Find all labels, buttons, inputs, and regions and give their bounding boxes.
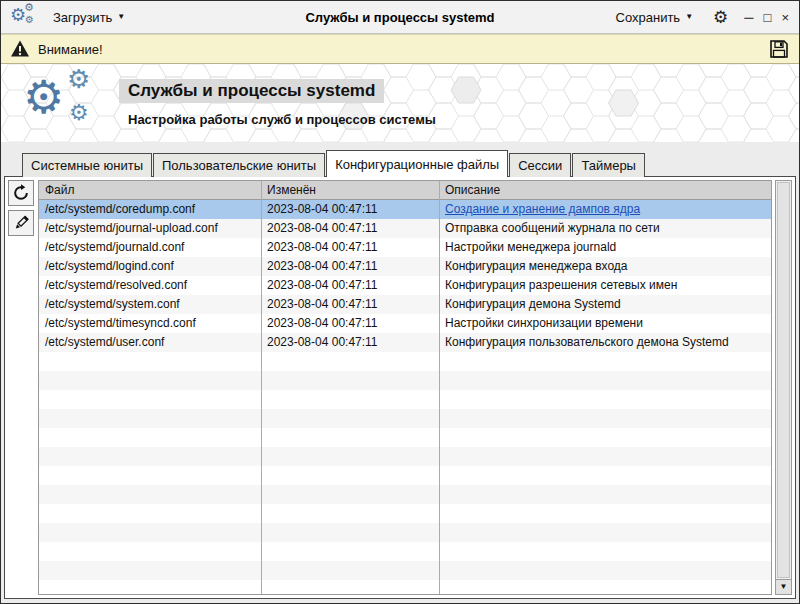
warning-text: Внимание! <box>38 42 760 57</box>
modified-cell: 2023-08-04 00:47:11 <box>261 276 439 295</box>
pencil-icon <box>12 214 30 232</box>
edit-button[interactable] <box>8 210 34 236</box>
description-cell: Настройки менеджера journald <box>439 238 771 257</box>
file-cell: /etc/systemd/resolved.conf <box>39 276 261 295</box>
tab-system-units[interactable]: Системные юниты <box>22 153 152 177</box>
refresh-icon <box>12 184 30 202</box>
modified-cell: 2023-08-04 00:47:11 <box>261 219 439 238</box>
app-window: ⚙ ⚙ ⚙ Загрузить ▼ Службы и процессы syst… <box>0 0 800 604</box>
modified-cell: 2023-08-04 00:47:11 <box>261 257 439 276</box>
table-row[interactable]: /etc/systemd/journal-upload.conf 2023-08… <box>39 219 771 238</box>
table-body: /etc/systemd/coredump.conf 2023-08-04 00… <box>39 200 771 594</box>
tab-bar: Системные юниты Пользовательские юниты К… <box>1 150 799 177</box>
page-title: Службы и процессы systemd <box>119 79 384 103</box>
save-menu-label: Сохранить <box>616 10 681 25</box>
vertical-scrollbar[interactable]: ▼ <box>775 180 792 595</box>
tab-content: Файл Изменён Описание /etc/systemd/cored… <box>4 176 796 599</box>
table-row[interactable]: /etc/systemd/system.conf 2023-08-04 00:4… <box>39 295 771 314</box>
save-file-button[interactable] <box>768 38 790 60</box>
description-cell: Конфигурация разрешения сетевых имен <box>439 276 771 295</box>
save-menu-button[interactable]: Сохранить ▼ <box>612 8 698 27</box>
scrollbar-thumb[interactable] <box>777 182 790 578</box>
table-row[interactable]: /etc/systemd/coredump.conf 2023-08-04 00… <box>39 200 771 219</box>
load-menu-button[interactable]: Загрузить ▼ <box>49 8 129 27</box>
table-row[interactable]: /etc/systemd/user.conf 2023-08-04 00:47:… <box>39 333 771 352</box>
settings-gear-icon[interactable]: ⚙ <box>711 7 730 28</box>
file-cell: /etc/systemd/journal-upload.conf <box>39 219 261 238</box>
maximize-button[interactable]: □ <box>764 11 772 24</box>
minimize-button[interactable]: ─ <box>744 11 753 24</box>
modified-cell: 2023-08-04 00:47:11 <box>261 295 439 314</box>
titlebar-right: Сохранить ▼ ⚙ ─ □ × <box>612 7 789 28</box>
window-controls: ─ □ × <box>744 11 789 24</box>
page-header: ⚙ ⚙ ⚙ Службы и процессы systemd Настройк… <box>1 64 799 142</box>
description-cell: Конфигурация пользовательского демона Sy… <box>439 333 771 352</box>
scrollbar-track[interactable] <box>776 181 791 579</box>
modified-cell: 2023-08-04 00:47:11 <box>261 333 439 352</box>
table-header: Файл Изменён Описание <box>39 181 771 200</box>
column-header-description[interactable]: Описание <box>439 181 771 199</box>
files-table: Файл Изменён Описание /etc/systemd/cored… <box>38 180 772 595</box>
titlebar: ⚙ ⚙ ⚙ Загрузить ▼ Службы и процессы syst… <box>1 1 799 34</box>
file-cell: /etc/systemd/timesyncd.conf <box>39 314 261 333</box>
app-gears-icon: ⚙ ⚙ ⚙ <box>11 4 37 30</box>
table-row[interactable]: /etc/systemd/resolved.conf 2023-08-04 00… <box>39 276 771 295</box>
scroll-down-arrow-icon[interactable]: ▼ <box>776 579 791 594</box>
side-toolbar <box>8 180 35 595</box>
column-header-modified[interactable]: Изменён <box>261 181 439 199</box>
gears-logo: ⚙ ⚙ ⚙ <box>23 70 115 136</box>
page-subtitle: Настройка работы служб и процессов систе… <box>119 112 436 127</box>
file-cell: /etc/systemd/coredump.conf <box>39 200 261 219</box>
file-cell: /etc/systemd/system.conf <box>39 295 261 314</box>
description-cell: Отправка сообщений журнала по сети <box>439 219 771 238</box>
floppy-disk-icon <box>768 38 790 60</box>
file-cell: /etc/systemd/journald.conf <box>39 238 261 257</box>
file-cell: /etc/systemd/logind.conf <box>39 257 261 276</box>
refresh-button[interactable] <box>8 180 34 206</box>
tab-sessions[interactable]: Сессии <box>509 153 571 177</box>
table-row[interactable]: /etc/systemd/logind.conf 2023-08-04 00:4… <box>39 257 771 276</box>
modified-cell: 2023-08-04 00:47:11 <box>261 314 439 333</box>
column-separator[interactable] <box>261 181 262 594</box>
column-separator[interactable] <box>439 181 440 594</box>
close-button[interactable]: × <box>781 11 789 24</box>
chevron-down-icon: ▼ <box>685 13 693 21</box>
modified-cell: 2023-08-04 00:47:11 <box>261 238 439 257</box>
description-link[interactable]: Создание и хранение дампов ядра <box>439 200 771 219</box>
column-header-file[interactable]: Файл <box>39 181 261 199</box>
warning-banner: Внимание! <box>1 34 799 64</box>
load-menu-label: Загрузить <box>53 10 112 25</box>
tab-user-units[interactable]: Пользовательские юниты <box>153 153 325 177</box>
header-inner: ⚙ ⚙ ⚙ Службы и процессы systemd Настройк… <box>1 64 799 142</box>
table-row[interactable]: /etc/systemd/timesyncd.conf 2023-08-04 0… <box>39 314 771 333</box>
modified-cell: 2023-08-04 00:47:11 <box>261 200 439 219</box>
warning-icon <box>10 39 30 59</box>
tab-config-files[interactable]: Конфигурационные файлы <box>326 150 508 177</box>
header-text: Службы и процессы systemd Настройка рабо… <box>119 79 436 127</box>
file-cell: /etc/systemd/user.conf <box>39 333 261 352</box>
table-row[interactable]: /etc/systemd/journald.conf 2023-08-04 00… <box>39 238 771 257</box>
description-cell: Настройки синхронизации времени <box>439 314 771 333</box>
description-cell: Конфигурация менеджера входа <box>439 257 771 276</box>
chevron-down-icon: ▼ <box>117 13 125 21</box>
description-cell: Конфигурация демона Systemd <box>439 295 771 314</box>
tab-timers[interactable]: Таймеры <box>572 153 645 177</box>
